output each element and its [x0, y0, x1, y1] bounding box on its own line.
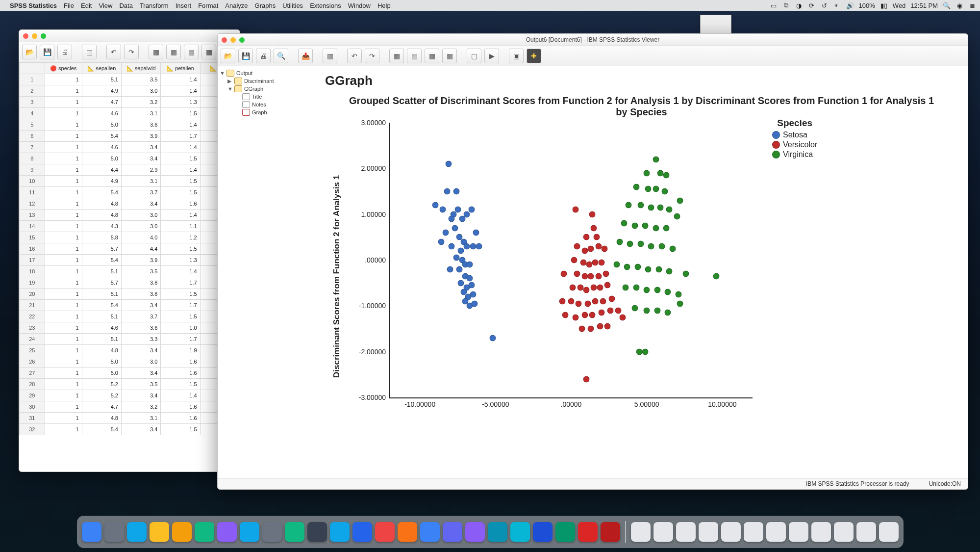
- cell[interactable]: 3.4: [121, 142, 160, 153]
- cell[interactable]: 1: [45, 198, 82, 210]
- cell[interactable]: 1.2: [161, 232, 200, 243]
- goto-case-icon[interactable]: ▦: [149, 45, 163, 59]
- dock-app-icon[interactable]: [240, 522, 259, 542]
- cell[interactable]: 1.3: [161, 255, 200, 266]
- variables-icon[interactable]: ▦: [425, 49, 439, 63]
- row-header[interactable]: 24: [20, 334, 45, 345]
- cell[interactable]: 3.8: [121, 277, 160, 289]
- outline-item[interactable]: Graph: [220, 108, 313, 116]
- dock-app-icon[interactable]: [510, 522, 530, 542]
- variables-icon[interactable]: ▦: [184, 45, 199, 59]
- cell[interactable]: 1: [45, 255, 82, 266]
- cell[interactable]: 3.0: [121, 210, 160, 221]
- cell[interactable]: 1.5: [161, 424, 200, 435]
- run-script-icon[interactable]: ▶: [484, 49, 499, 63]
- goto-variable-icon[interactable]: ▦: [166, 45, 181, 59]
- undo-icon[interactable]: ↶: [106, 45, 121, 59]
- cell[interactable]: 4.8: [82, 198, 121, 210]
- outline-item[interactable]: ▶Discriminant: [220, 77, 313, 85]
- minimize-icon[interactable]: [230, 37, 236, 43]
- output-outline[interactable]: ▼Output ▶Discriminant▼GGraphTitleNotesGr…: [218, 66, 315, 478]
- column-header[interactable]: 🔴 species: [45, 63, 82, 74]
- print-preview-icon[interactable]: 🔍: [274, 49, 288, 63]
- dock-minimized-icon[interactable]: [834, 522, 854, 542]
- cell[interactable]: 1: [45, 322, 82, 334]
- redo-icon[interactable]: ↷: [365, 49, 379, 63]
- cell[interactable]: 1.9: [161, 345, 200, 356]
- cell[interactable]: 1: [45, 119, 82, 131]
- cell[interactable]: 1: [45, 300, 82, 311]
- column-header[interactable]: 📐 petallen: [161, 63, 200, 74]
- cell[interactable]: 1.4: [161, 210, 200, 221]
- wifi-icon[interactable]: ᯤ: [833, 1, 841, 9]
- cell[interactable]: 4.7: [82, 97, 121, 108]
- cell[interactable]: 3.2: [121, 97, 160, 108]
- cell[interactable]: 3.7: [121, 187, 160, 198]
- menu-utilities[interactable]: Utilities: [282, 2, 303, 9]
- dock-minimized-icon[interactable]: [744, 522, 763, 542]
- dock-app-icon[interactable]: [127, 522, 147, 542]
- cell[interactable]: 5.4: [82, 300, 121, 311]
- battery-icon[interactable]: ▮▯: [880, 1, 888, 9]
- cell[interactable]: 3.4: [121, 198, 160, 210]
- cell[interactable]: 1: [45, 108, 82, 119]
- export-icon[interactable]: 📤: [298, 49, 313, 63]
- menu-graphs[interactable]: Graphs: [255, 2, 276, 9]
- cell[interactable]: 1.5: [161, 243, 200, 255]
- dock-minimized-icon[interactable]: [676, 522, 696, 542]
- cell[interactable]: 5.0: [82, 153, 121, 164]
- menu-format[interactable]: Format: [198, 2, 218, 9]
- cell[interactable]: 4.6: [82, 142, 121, 153]
- cell[interactable]: 3.4: [121, 368, 160, 379]
- cell[interactable]: 1.7: [161, 131, 200, 142]
- dock-minimized-icon[interactable]: [653, 522, 673, 542]
- window-controls[interactable]: [222, 37, 245, 43]
- cell[interactable]: 1: [45, 334, 82, 345]
- dock-minimized-icon[interactable]: [789, 522, 808, 542]
- row-header[interactable]: 15: [20, 232, 45, 243]
- row-header[interactable]: 4: [20, 108, 45, 119]
- row-header[interactable]: 29: [20, 390, 45, 401]
- dock-app-icon[interactable]: [330, 522, 350, 542]
- cell[interactable]: 1.5: [161, 379, 200, 390]
- cell[interactable]: 1.5: [161, 108, 200, 119]
- dock-app-icon[interactable]: [555, 522, 575, 542]
- cell[interactable]: 3.5: [121, 74, 160, 85]
- cell[interactable]: 1.6: [161, 413, 200, 424]
- dock-minimized-icon[interactable]: [699, 522, 718, 542]
- cell[interactable]: 1: [45, 210, 82, 221]
- cell[interactable]: 1.6: [161, 368, 200, 379]
- menu-extensions[interactable]: Extensions: [310, 2, 341, 9]
- cell[interactable]: 1: [45, 413, 82, 424]
- cell[interactable]: 3.2: [121, 401, 160, 413]
- cell[interactable]: 1.4: [161, 85, 200, 97]
- recall-dialog-icon[interactable]: ▥: [82, 45, 97, 59]
- creative-cloud-icon[interactable]: ◑: [795, 1, 803, 9]
- row-header[interactable]: 5: [20, 119, 45, 131]
- row-header[interactable]: 14: [20, 221, 45, 232]
- dock-app-icon[interactable]: [443, 522, 462, 542]
- cell[interactable]: 2.9: [121, 164, 160, 176]
- row-header[interactable]: 6: [20, 131, 45, 142]
- cell[interactable]: 3.4: [121, 153, 160, 164]
- cell[interactable]: 5.4: [82, 187, 121, 198]
- row-header[interactable]: 28: [20, 379, 45, 390]
- cell[interactable]: 5.1: [82, 74, 121, 85]
- close-icon[interactable]: [23, 33, 28, 39]
- cell[interactable]: 5.1: [82, 289, 121, 300]
- cell[interactable]: 4.4: [82, 164, 121, 176]
- outline-item[interactable]: ▼GGraph: [220, 85, 313, 93]
- dock-app-icon[interactable]: [217, 522, 237, 542]
- select-last-icon[interactable]: ▦: [442, 49, 457, 63]
- close-icon[interactable]: [222, 37, 227, 43]
- cell[interactable]: 3.0: [121, 221, 160, 232]
- row-header[interactable]: 17: [20, 255, 45, 266]
- minimize-icon[interactable]: [32, 33, 37, 39]
- cell[interactable]: 3.3: [121, 334, 160, 345]
- cell[interactable]: 3.1: [121, 413, 160, 424]
- cell[interactable]: 3.6: [121, 322, 160, 334]
- cell[interactable]: 3.8: [121, 289, 160, 300]
- cell[interactable]: 5.0: [82, 368, 121, 379]
- row-header[interactable]: 8: [20, 153, 45, 164]
- cell[interactable]: 1.7: [161, 300, 200, 311]
